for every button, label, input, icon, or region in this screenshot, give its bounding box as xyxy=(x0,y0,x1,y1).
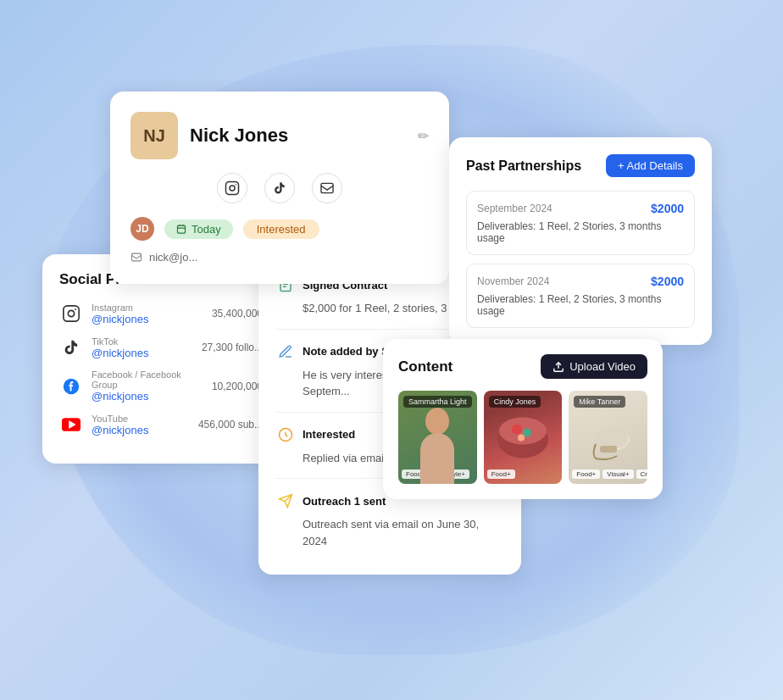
note-label-outreach: Outreach 1 sent xyxy=(303,495,386,508)
list-item: Instagram @nickjones 35,400,000 xyxy=(59,302,263,325)
thumb-label-2: Cindy Jones xyxy=(489,396,541,408)
svg-point-20 xyxy=(518,435,525,442)
youtube-count: 456,000 sub... xyxy=(198,419,263,431)
svg-point-1 xyxy=(230,186,235,191)
status-row: JD Today Interested xyxy=(130,217,429,241)
svg-rect-0 xyxy=(226,182,239,195)
email-icon[interactable] xyxy=(312,173,342,203)
svg-point-19 xyxy=(523,429,531,437)
list-item: TikTok @nickjones 27,300 follo... xyxy=(59,336,263,359)
social-profiles-card: Social Profiles Instagram @nickjones 35,… xyxy=(42,254,280,464)
edit-icon[interactable]: ✏ xyxy=(418,128,429,144)
tiktok-handle[interactable]: @nickjones xyxy=(92,347,193,359)
pe-header-2: November 2024 $2000 xyxy=(477,275,684,288)
instagram-icon[interactable] xyxy=(217,173,247,203)
email-partial: nick@jo... xyxy=(149,251,197,264)
youtube-profile-icon xyxy=(59,413,83,436)
thumb-label-3: Mike Tanner xyxy=(574,396,625,408)
partnerships-card: Past Partnerships + Add Details Septembe… xyxy=(449,137,712,345)
pe-amount-2: $2000 xyxy=(651,275,684,288)
social-icons-row xyxy=(130,173,429,203)
note-item-outreach: Outreach 1 sent Outreach sent via email … xyxy=(275,491,504,561)
facebook-platform: Facebook / Facebook Group xyxy=(92,369,203,390)
instagram-info: Instagram @nickjones xyxy=(92,303,203,325)
partnership-entry-1: September 2024 $2000 Deliverables: 1 Ree… xyxy=(466,191,695,255)
add-details-label: + Add Details xyxy=(618,159,683,172)
svg-point-8 xyxy=(75,308,76,310)
tiktok-count: 27,300 follo... xyxy=(202,342,263,353)
tag-chip: Creative+ xyxy=(636,469,647,479)
content-thumbnails: Sammartha Light Food+ Lifestyle+ Cindy J… xyxy=(398,391,647,484)
content-card: Content Upload Video Sammartha Light Foo… xyxy=(383,339,663,499)
pe-date-2: November 2024 xyxy=(477,275,549,287)
outreach-icon xyxy=(275,491,296,511)
thumbnail-2[interactable]: Cindy Jones Food+ xyxy=(484,391,563,484)
youtube-platform: YouTube xyxy=(92,414,190,424)
pe-deliverables-2: Deliverables: 1 Reel, 2 Stories, 3 month… xyxy=(477,293,684,317)
upload-video-button[interactable]: Upload Video xyxy=(541,354,647,379)
pe-deliverables-1: Deliverables: 1 Reel, 2 Stories, 3 month… xyxy=(477,220,684,244)
interested-icon xyxy=(275,425,296,445)
youtube-info: YouTube @nickjones xyxy=(92,414,190,436)
tag-chip: Food+ xyxy=(487,469,515,479)
profile-card: NJ Nick Jones ✏ JD Today Interested xyxy=(110,92,449,284)
avatar: NJ xyxy=(130,112,178,159)
upload-video-label: Upload Video xyxy=(569,360,636,373)
thumb-tags-2: Food+ xyxy=(487,469,515,479)
profile-header-left: NJ Nick Jones xyxy=(130,112,288,159)
note-label-interested: Interested xyxy=(303,428,355,441)
svg-point-15 xyxy=(425,408,449,435)
svg-point-2 xyxy=(235,184,236,186)
svg-point-18 xyxy=(512,425,522,435)
facebook-profile-icon xyxy=(59,375,83,398)
thumb-tags-1: Food+ Lifestyle+ xyxy=(402,469,469,479)
today-badge[interactable]: Today xyxy=(164,219,233,239)
thumb-tags-3: Food+ Visual+ Creative+ xyxy=(572,469,647,479)
note-added-icon xyxy=(275,342,296,362)
today-badge-label: Today xyxy=(192,223,221,236)
tag-chip: Food+ xyxy=(572,469,600,479)
partnership-entry-2: November 2024 $2000 Deliverables: 1 Reel… xyxy=(466,264,695,328)
user-avatar-small: JD xyxy=(130,217,154,241)
partnerships-title: Past Partnerships xyxy=(466,158,581,174)
svg-point-7 xyxy=(68,310,74,316)
thumb-label-1: Sammartha Light xyxy=(403,396,472,408)
content-header: Content Upload Video xyxy=(398,354,647,379)
interested-badge-label: Interested xyxy=(257,223,306,236)
thumbnail-1[interactable]: Sammartha Light Food+ Lifestyle+ xyxy=(398,391,477,484)
email-row: nick@jo... xyxy=(130,251,429,264)
profile-name: Nick Jones xyxy=(190,125,288,147)
svg-rect-6 xyxy=(64,306,79,321)
instagram-count: 35,400,000 xyxy=(212,308,263,319)
note-text-outreach: Outreach sent via email on June 30, 2024 xyxy=(275,516,504,549)
facebook-count: 10,200,000 xyxy=(212,381,263,392)
instagram-handle[interactable]: @nickjones xyxy=(92,313,203,325)
facebook-handle[interactable]: @nickjones xyxy=(92,390,203,403)
tag-chip: Lifestyle+ xyxy=(432,469,469,479)
partnerships-header: Past Partnerships + Add Details xyxy=(466,154,695,177)
list-item: Facebook / Facebook Group @nickjones 10,… xyxy=(59,369,263,403)
tag-chip: Visual+ xyxy=(603,469,633,479)
instagram-platform: Instagram xyxy=(92,303,203,313)
instagram-profile-icon xyxy=(59,302,83,325)
svg-rect-3 xyxy=(321,183,333,192)
add-details-button[interactable]: + Add Details xyxy=(606,154,695,177)
pe-date-1: September 2024 xyxy=(477,203,553,214)
pe-amount-1: $2000 xyxy=(651,202,684,215)
tiktok-profile-icon xyxy=(59,336,83,359)
svg-rect-22 xyxy=(600,446,617,453)
tag-chip: Food+ xyxy=(402,469,430,479)
profile-header: NJ Nick Jones ✏ xyxy=(130,112,429,159)
tiktok-icon[interactable] xyxy=(264,173,295,203)
svg-rect-5 xyxy=(132,253,142,261)
tiktok-platform: TikTok xyxy=(92,336,193,347)
content-title: Content xyxy=(398,358,453,375)
thumbnail-3[interactable]: Mike Tanner Food+ Visual+ Creative+ xyxy=(569,391,647,484)
tiktok-info: TikTok @nickjones xyxy=(92,336,193,359)
pe-header-1: September 2024 $2000 xyxy=(477,202,684,215)
interested-badge[interactable]: Interested xyxy=(243,219,319,239)
svg-rect-4 xyxy=(178,225,186,233)
youtube-handle[interactable]: @nickjones xyxy=(92,424,190,436)
list-item: YouTube @nickjones 456,000 sub... xyxy=(59,413,263,436)
facebook-info: Facebook / Facebook Group @nickjones xyxy=(92,369,203,403)
